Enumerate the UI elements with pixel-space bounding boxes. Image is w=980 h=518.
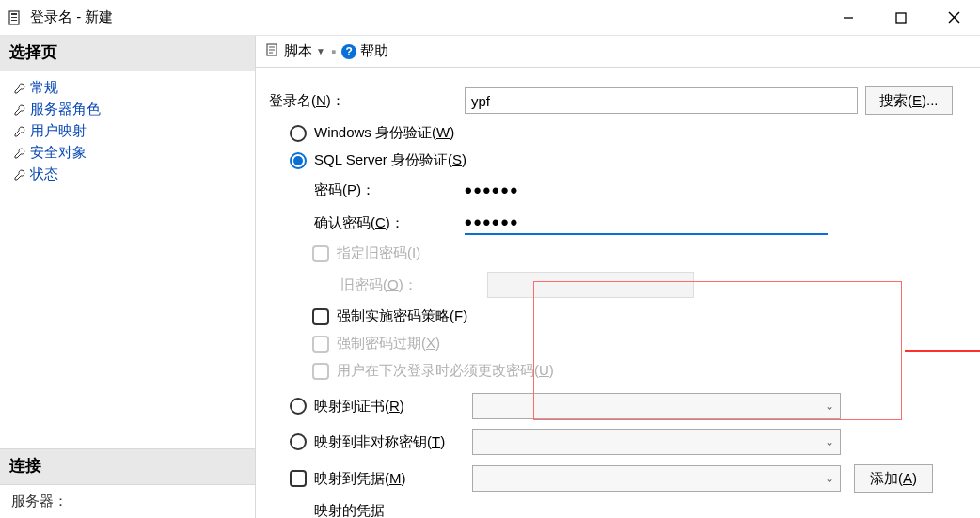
toolbar: 脚本 ▼ ▪ ? 帮助 — [256, 36, 980, 68]
enforce-expiration-checkbox — [312, 336, 329, 353]
map-cert-combo[interactable]: ⌄ — [472, 393, 841, 419]
enforce-policy-checkbox[interactable] — [312, 308, 329, 325]
nav-item-general[interactable]: 常规 — [0, 77, 255, 99]
password-label: 密码(P)： — [269, 181, 465, 199]
close-button[interactable] — [927, 0, 980, 35]
nav-label: 服务器角色 — [30, 101, 101, 118]
enforce-policy-label: 强制实施密码策略(F) — [337, 307, 467, 325]
toolbar-separator: ▪ — [331, 43, 336, 59]
script-icon — [265, 42, 280, 60]
login-name-input[interactable] — [465, 87, 858, 114]
form-content: 登录名(N)： 搜索(E)... Windows 身份验证(W) SQL Ser… — [256, 68, 980, 518]
map-asym-label: 映射到非对称密钥(T) — [314, 433, 472, 451]
old-password-input — [487, 272, 694, 298]
mapped-cred-label: 映射的凭据 — [269, 502, 487, 518]
chevron-down-icon: ⌄ — [825, 472, 834, 485]
chevron-down-icon: ⌄ — [825, 435, 834, 448]
connection-heading: 连接 — [0, 448, 255, 485]
windows-auth-radio[interactable] — [290, 125, 307, 142]
help-button[interactable]: ? 帮助 — [341, 42, 388, 60]
window-controls — [822, 0, 980, 35]
old-password-label: 旧密码(O)： — [269, 276, 487, 294]
chevron-down-icon: ▼ — [316, 46, 325, 56]
map-asym-radio[interactable] — [290, 433, 307, 450]
map-asym-combo[interactable]: ⌄ — [472, 429, 841, 455]
window-title: 登录名 - 新建 — [30, 8, 113, 26]
wrench-icon — [13, 82, 26, 95]
map-cred-label: 映射到凭据(M) — [314, 470, 472, 488]
nav-label: 安全对象 — [30, 144, 87, 162]
wrench-icon — [13, 125, 26, 138]
enforce-expiration-label: 强制密码过期(X) — [337, 335, 440, 353]
connection-body: 服务器： — [0, 485, 255, 518]
chevron-down-icon: ⌄ — [825, 400, 834, 413]
map-cred-checkbox[interactable] — [290, 470, 307, 487]
nav-label: 状态 — [30, 165, 58, 183]
nav-item-user-mapping[interactable]: 用户映射 — [0, 120, 255, 142]
nav-item-status[interactable]: 状态 — [0, 164, 255, 185]
add-button[interactable]: 添加(A) — [854, 464, 933, 493]
script-button[interactable]: 脚本 ▼ — [265, 42, 325, 60]
nav-list: 常规 服务器角色 用户映射 安全对象 — [0, 71, 255, 191]
title-bar: 登录名 - 新建 — [0, 0, 980, 36]
sql-auth-radio[interactable] — [290, 152, 307, 169]
specify-old-password-checkbox — [312, 245, 329, 262]
sql-auth-label: SQL Server 身份验证(S) — [314, 151, 466, 169]
login-name-label: 登录名(N)： — [269, 92, 465, 110]
wrench-icon — [13, 103, 26, 117]
left-panel: 选择页 常规 服务器角色 用户映射 — [0, 36, 256, 518]
confirm-password-input[interactable]: •••••• — [465, 211, 828, 233]
nav-label: 用户映射 — [30, 122, 87, 140]
select-page-heading: 选择页 — [0, 36, 255, 71]
svg-rect-3 — [11, 20, 17, 21]
server-label: 服务器： — [11, 493, 68, 509]
map-cert-label: 映射到证书(R) — [314, 398, 472, 416]
windows-auth-label: Windows 身份验证(W) — [314, 124, 454, 142]
map-cred-combo[interactable]: ⌄ — [472, 465, 841, 492]
must-change-password-label: 用户在下次登录时必须更改密码(U) — [337, 362, 554, 380]
svg-rect-5 — [896, 13, 906, 23]
wrench-icon — [13, 168, 26, 181]
svg-rect-1 — [11, 13, 17, 15]
nav-label: 常规 — [30, 79, 58, 97]
nav-item-server-roles[interactable]: 服务器角色 — [0, 99, 255, 120]
search-button[interactable]: 搜索(E)... — [865, 86, 953, 115]
wrench-icon — [13, 147, 26, 160]
svg-rect-2 — [11, 17, 17, 18]
script-label: 脚本 — [284, 42, 312, 60]
map-cert-radio[interactable] — [290, 398, 307, 415]
specify-old-password-label: 指定旧密码(I) — [337, 244, 420, 262]
help-icon: ? — [341, 44, 356, 59]
help-label: 帮助 — [360, 42, 388, 60]
confirm-password-label: 确认密码(C)： — [269, 214, 465, 232]
right-panel: 脚本 ▼ ▪ ? 帮助 登录名(N)： 搜索(E)... — [256, 36, 980, 518]
minimize-button[interactable] — [822, 0, 875, 35]
must-change-password-checkbox — [312, 363, 329, 380]
nav-item-securables[interactable]: 安全对象 — [0, 142, 255, 164]
password-input[interactable]: •••••• — [465, 179, 828, 201]
app-icon — [8, 10, 23, 25]
maximize-button[interactable] — [875, 0, 927, 35]
